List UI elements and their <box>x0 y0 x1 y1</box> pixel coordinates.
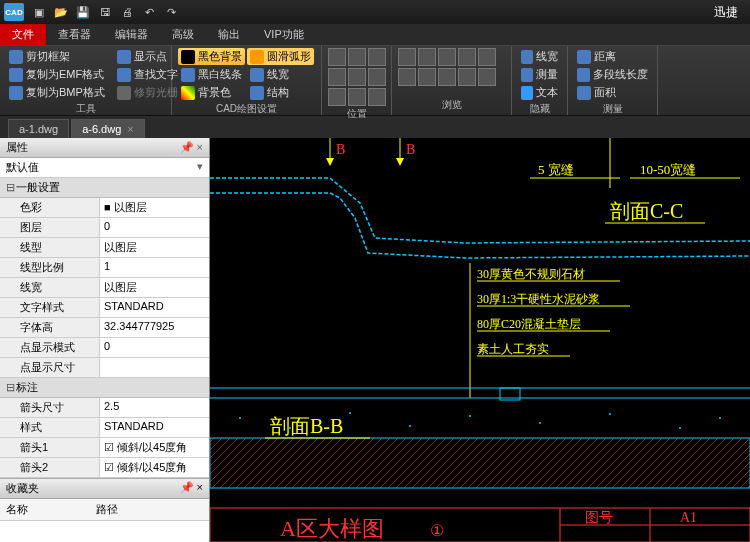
menu-advanced[interactable]: 高级 <box>160 24 206 45</box>
menu-output[interactable]: 输出 <box>206 24 252 45</box>
prop-value[interactable]: ■ 以图层 <box>100 198 209 217</box>
undo-icon[interactable]: ↶ <box>138 2 160 22</box>
property-row[interactable]: 箭头尺寸2.5 <box>0 398 209 418</box>
prop-name: 色彩 <box>0 198 100 217</box>
properties-panel: 属性📌 × 默认值▾ ⊟一般设置 色彩■ 以图层图层0线型以图层线型比例1线宽以… <box>0 138 210 542</box>
favorites-columns: 名称 路径 <box>0 499 209 521</box>
zoom-fit-icon[interactable] <box>438 48 456 66</box>
prop-value[interactable]: 以图层 <box>100 278 209 297</box>
structure-button[interactable]: 结构 <box>247 84 314 101</box>
sheet-label: 图号 <box>585 510 613 525</box>
smooth-arc-button[interactable]: 圆滑弧形 <box>247 48 314 65</box>
pin-icon[interactable]: 📌 × <box>180 141 203 154</box>
bw-icon <box>181 68 195 82</box>
menu-file[interactable]: 文件 <box>0 24 46 45</box>
find-text-button[interactable]: 查找文字 <box>114 66 181 83</box>
props-header: 属性📌 × <box>0 138 209 158</box>
lw2-icon <box>521 50 533 64</box>
property-row[interactable]: 箭头2☑ 倾斜/以45度角 <box>0 458 209 478</box>
close-tab-icon[interactable]: × <box>127 123 133 135</box>
zoom-in-icon[interactable] <box>398 48 416 66</box>
hide-lw-button[interactable]: 线宽 <box>518 48 561 65</box>
prop-name: 样式 <box>0 418 100 437</box>
distance-button[interactable]: 距离 <box>574 48 651 65</box>
area-button[interactable]: 面积 <box>574 84 651 101</box>
prop-value[interactable]: STANDARD <box>100 418 209 437</box>
pan-icon[interactable] <box>458 48 476 66</box>
section-annotation[interactable]: ⊟标注 <box>0 378 209 398</box>
property-row[interactable]: 色彩■ 以图层 <box>0 198 209 218</box>
prop-value[interactable]: 0 <box>100 338 209 357</box>
bg-color-button[interactable]: 背景色 <box>178 84 245 101</box>
menu-editor[interactable]: 编辑器 <box>103 24 160 45</box>
saveas-icon[interactable]: 🖫 <box>94 2 116 22</box>
browse-icon-9[interactable] <box>458 68 476 86</box>
copy-emf-button[interactable]: 复制为EMF格式 <box>6 66 108 83</box>
bw-lines-button[interactable]: 黑白线条 <box>178 66 245 83</box>
trim-raster-button[interactable]: 修剪光栅 <box>114 84 181 101</box>
pin-icon[interactable]: 📌 × <box>180 481 203 496</box>
prop-name: 图层 <box>0 218 100 237</box>
hide-measure-button[interactable]: 测量 <box>518 66 561 83</box>
redo-icon[interactable]: ↷ <box>160 2 182 22</box>
property-row[interactable]: 线型比例1 <box>0 258 209 278</box>
black-bg-button[interactable]: 黑色背景 <box>178 48 245 65</box>
file-tab-1[interactable]: a-1.dwg <box>8 119 69 138</box>
prop-value[interactable]: 以图层 <box>100 238 209 257</box>
property-row[interactable]: 线型以图层 <box>0 238 209 258</box>
prop-value[interactable]: 0 <box>100 218 209 237</box>
open-icon[interactable]: 📂 <box>50 2 72 22</box>
prop-value[interactable]: ☑ 倾斜/以45度角 <box>100 458 209 477</box>
browse-icon-7[interactable] <box>418 68 436 86</box>
property-row[interactable]: 样式STANDARD <box>0 418 209 438</box>
section-general[interactable]: ⊟一般设置 <box>0 178 209 198</box>
copy-bmp-button[interactable]: 复制为BMP格式 <box>6 84 108 101</box>
save-icon[interactable]: 💾 <box>72 2 94 22</box>
collapse-icon[interactable]: ⊟ <box>4 181 16 194</box>
menu-vip[interactable]: VIP功能 <box>252 24 316 45</box>
property-row[interactable]: 图层0 <box>0 218 209 238</box>
file-tab-2[interactable]: a-6.dwg× <box>71 119 145 138</box>
prop-value[interactable] <box>100 358 209 377</box>
dropdown-icon[interactable]: ▾ <box>197 160 203 175</box>
svg-marker-1 <box>326 158 334 166</box>
print-icon[interactable]: 🖨 <box>116 2 138 22</box>
menu-bar: 文件 查看器 编辑器 高级 输出 VIP功能 <box>0 24 750 46</box>
hide-text-button[interactable]: 文本 <box>518 84 561 101</box>
polyline-len-button[interactable]: 多段线长度 <box>574 66 651 83</box>
cut-frame-button[interactable]: 剪切框架 <box>6 48 108 65</box>
property-row[interactable]: 点显示模式0 <box>0 338 209 358</box>
fav-col-name[interactable]: 名称 <box>2 501 92 518</box>
prop-name: 点显示尺寸 <box>0 358 100 377</box>
collapse-icon[interactable]: ⊟ <box>4 381 16 394</box>
svg-point-21 <box>409 425 411 427</box>
lineweight-button[interactable]: 线宽 <box>247 66 314 83</box>
prop-value[interactable]: 1 <box>100 258 209 277</box>
property-row[interactable]: 文字样式STANDARD <box>0 298 209 318</box>
default-value-row[interactable]: 默认值▾ <box>0 158 209 178</box>
prop-value[interactable]: ☑ 倾斜/以45度角 <box>100 438 209 457</box>
browse-icon-8[interactable] <box>438 68 456 86</box>
property-row[interactable]: 线宽以图层 <box>0 278 209 298</box>
zoom-all-icon[interactable] <box>398 68 416 86</box>
group-cad-label: CAD绘图设置 <box>178 101 315 117</box>
new-icon[interactable]: ▣ <box>28 2 50 22</box>
app-logo: CAD <box>4 3 24 21</box>
svg-point-22 <box>469 415 471 417</box>
show-point-button[interactable]: 显示点 <box>114 48 181 65</box>
plen-icon <box>577 68 590 82</box>
property-row[interactable]: 点显示尺寸 <box>0 358 209 378</box>
property-row[interactable]: 字体高32.344777925 <box>0 318 209 338</box>
prop-value[interactable]: 32.344777925 <box>100 318 209 337</box>
browse-icon-10[interactable] <box>478 68 496 86</box>
menu-viewer[interactable]: 查看器 <box>46 24 103 45</box>
prop-value[interactable]: STANDARD <box>100 298 209 317</box>
bg-icon <box>181 50 195 64</box>
prop-value[interactable]: 2.5 <box>100 398 209 417</box>
fav-col-path[interactable]: 路径 <box>92 501 207 518</box>
property-row[interactable]: 箭头1☑ 倾斜/以45度角 <box>0 438 209 458</box>
drawing-canvas[interactable]: B B 5 宽缝 10-50宽缝 剖面C-C 30厚黄色不规则石材 30厚1:3… <box>210 138 750 542</box>
zoom-window-icon[interactable] <box>478 48 496 66</box>
position-grid[interactable] <box>328 48 385 106</box>
zoom-out-icon[interactable] <box>418 48 436 66</box>
